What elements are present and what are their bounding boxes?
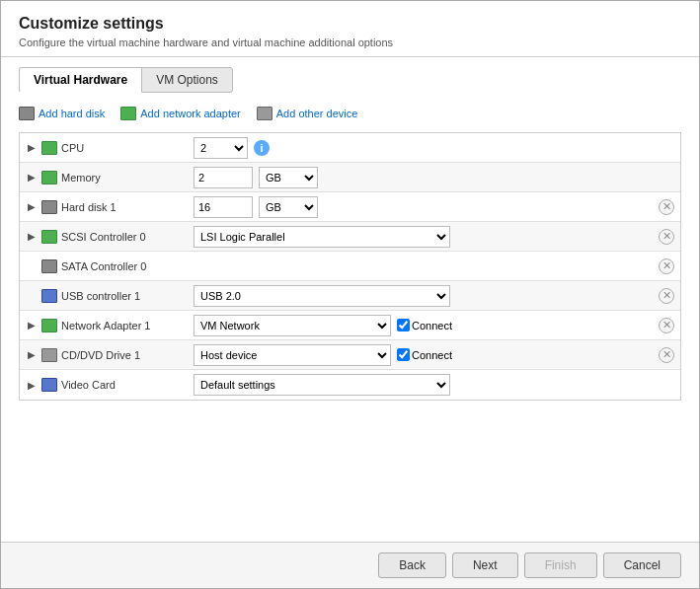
cpu-label: ▶ CPU: [20, 137, 188, 159]
cpu-icon: [41, 141, 57, 155]
usb-label-text: USB controller 1: [61, 290, 140, 302]
cd-label-text: CD/DVD Drive 1: [61, 349, 140, 361]
scsi-controls: LSI Logic ParallelLSI Logic SASVMware Pa…: [188, 223, 659, 251]
scsi-remove-button[interactable]: ✕: [659, 229, 674, 245]
net-label-text: Network Adapter 1: [61, 320, 151, 331]
hdd-actions: ✕: [659, 199, 680, 215]
hard-disk-label: ▶ Hard disk 1: [20, 196, 188, 218]
hdd-icon: [41, 200, 57, 214]
usb-actions: ✕: [659, 288, 680, 304]
cd-connect-label: Connect: [397, 348, 452, 361]
table-row: ▶ Video Card Default settingsCustom: [20, 370, 680, 400]
hdd-unit-select[interactable]: GBMB: [259, 196, 318, 218]
memory-controls: GBMB: [188, 164, 680, 191]
video-controls: Default settingsCustom: [188, 371, 680, 399]
add-network-adapter-button[interactable]: Add network adapter: [120, 107, 241, 120]
cdrom-label: ▶ CD/DVD Drive 1: [20, 344, 188, 366]
cd-connect-text: Connect: [412, 349, 452, 361]
net-connect-text: Connect: [412, 320, 452, 331]
sata-remove-button[interactable]: ✕: [659, 258, 674, 274]
video-label-text: Video Card: [61, 379, 116, 391]
net-connect-label: Connect: [397, 319, 452, 331]
scsi-expand[interactable]: ▶: [28, 231, 36, 242]
add-other-label: Add other device: [276, 108, 358, 119]
table-row: ▶ Network Adapter 1 VM NetworkHost-onlyB…: [20, 311, 680, 340]
cd-device-select[interactable]: Host deviceDatastore ISO FileClient Devi…: [194, 344, 391, 366]
tab-vm-options[interactable]: VM Options: [141, 67, 233, 93]
memory-label: ▶ Memory: [20, 167, 188, 188]
table-row: ▶ Memory GBMB: [20, 163, 680, 192]
memory-expand[interactable]: ▶: [28, 172, 36, 183]
cancel-button[interactable]: Cancel: [603, 552, 681, 578]
usb-label: ▶ USB controller 1: [20, 285, 188, 307]
next-button[interactable]: Next: [452, 552, 518, 578]
scsi-label: ▶ SCSI Controller 0: [20, 226, 188, 248]
memory-icon: [41, 171, 57, 184]
video-settings-select[interactable]: Default settingsCustom: [194, 374, 450, 396]
network-label: ▶ Network Adapter 1: [20, 315, 188, 336]
scsi-actions: ✕: [659, 229, 680, 245]
cpu-info-icon[interactable]: i: [254, 140, 270, 156]
video-expand[interactable]: ▶: [28, 380, 36, 391]
hardware-table: ▶ CPU 2148 i ▶ Memory: [19, 132, 681, 401]
sata-icon: [41, 259, 57, 273]
main-window: Customize settings Configure the virtual…: [0, 0, 700, 589]
table-row: ▶ SATA Controller 0 ✕: [20, 252, 680, 281]
add-other-icon: [257, 107, 272, 120]
hdd-expand[interactable]: ▶: [28, 201, 36, 212]
cpu-controls: 2148 i: [188, 134, 680, 162]
hdd-remove-button[interactable]: ✕: [659, 199, 674, 215]
cd-expand[interactable]: ▶: [28, 349, 36, 360]
net-network-select[interactable]: VM NetworkHost-onlyBridged: [194, 315, 391, 336]
scsi-type-select[interactable]: LSI Logic ParallelLSI Logic SASVMware Pa…: [194, 226, 450, 248]
hdd-controls: GBMB: [188, 193, 659, 221]
net-expand[interactable]: ▶: [28, 320, 36, 331]
net-remove-button[interactable]: ✕: [659, 318, 674, 333]
header: Customize settings Configure the virtual…: [1, 1, 699, 57]
table-row: ▶ SCSI Controller 0 LSI Logic ParallelLS…: [20, 222, 680, 252]
memory-input[interactable]: [194, 167, 253, 188]
cd-icon: [41, 348, 57, 362]
table-row: ▶ Hard disk 1 GBMB ✕: [20, 192, 680, 222]
add-network-icon: [120, 107, 136, 120]
hdd-size-input[interactable]: [194, 196, 253, 218]
add-other-device-button[interactable]: Add other device: [257, 107, 358, 120]
finish-button[interactable]: Finish: [524, 552, 597, 578]
add-hard-disk-label: Add hard disk: [39, 108, 105, 119]
sata-actions: ✕: [659, 258, 680, 274]
cd-connect-checkbox[interactable]: [397, 348, 410, 361]
cd-controls: Host deviceDatastore ISO FileClient Devi…: [188, 341, 659, 369]
net-connect-checkbox[interactable]: [397, 319, 410, 331]
video-label: ▶ Video Card: [20, 374, 188, 396]
sata-controls: [188, 263, 659, 269]
sata-label: ▶ SATA Controller 0: [20, 256, 188, 277]
sata-label-text: SATA Controller 0: [61, 260, 146, 272]
cd-remove-button[interactable]: ✕: [659, 347, 674, 363]
usb-controls: USB 2.0USB 3.0USB 3.1: [188, 282, 659, 310]
table-row: ▶ CPU 2148 i: [20, 133, 680, 163]
back-button[interactable]: Back: [378, 552, 446, 578]
cpu-label-text: CPU: [61, 142, 84, 154]
usb-icon: [41, 289, 57, 303]
video-icon: [41, 378, 57, 392]
page-title: Customize settings: [19, 15, 681, 33]
usb-remove-button[interactable]: ✕: [659, 288, 674, 304]
table-row: ▶ USB controller 1 USB 2.0USB 3.0USB 3.1…: [20, 281, 680, 311]
table-row: ▶ CD/DVD Drive 1 Host deviceDatastore IS…: [20, 340, 680, 370]
memory-unit-select[interactable]: GBMB: [259, 167, 318, 188]
tab-virtual-hardware[interactable]: Virtual Hardware: [19, 67, 142, 93]
tab-bar: Virtual Hardware VM Options: [19, 67, 681, 93]
net-actions: ✕: [659, 318, 680, 333]
net-controls: VM NetworkHost-onlyBridged Connect: [188, 312, 659, 339]
memory-label-text: Memory: [61, 172, 101, 184]
add-network-label: Add network adapter: [140, 108, 241, 119]
cpu-expand[interactable]: ▶: [28, 142, 36, 153]
add-hard-disk-button[interactable]: Add hard disk: [19, 107, 105, 120]
content-area: Virtual Hardware VM Options Add hard dis…: [1, 57, 699, 542]
usb-version-select[interactable]: USB 2.0USB 3.0USB 3.1: [194, 285, 450, 307]
net-icon: [41, 319, 57, 332]
cpu-select[interactable]: 2148: [194, 137, 248, 159]
cd-actions: ✕: [659, 347, 680, 363]
scsi-label-text: SCSI Controller 0: [61, 231, 146, 243]
hdd-label-text: Hard disk 1: [61, 201, 117, 213]
